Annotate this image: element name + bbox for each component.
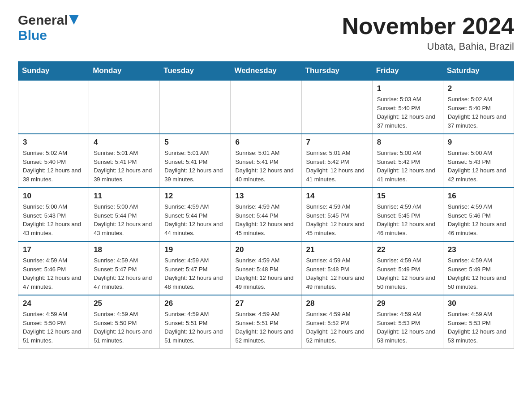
week-row-2: 3Sunrise: 5:02 AM Sunset: 5:40 PM Daylig… <box>18 134 514 188</box>
day-info: Sunrise: 4:59 AM Sunset: 5:51 PM Dayligh… <box>164 310 226 345</box>
calendar-cell: 18Sunrise: 4:59 AM Sunset: 5:47 PM Dayli… <box>89 241 160 295</box>
day-number: 20 <box>235 245 296 254</box>
day-info: Sunrise: 5:01 AM Sunset: 5:41 PM Dayligh… <box>164 149 226 184</box>
calendar-cell <box>18 80 89 134</box>
calendar-cell: 11Sunrise: 5:00 AM Sunset: 5:44 PM Dayli… <box>89 188 160 241</box>
day-number: 15 <box>377 192 438 201</box>
calendar-cell: 13Sunrise: 4:59 AM Sunset: 5:44 PM Dayli… <box>231 188 301 241</box>
weekday-header-friday: Friday <box>372 62 443 81</box>
week-row-1: 1Sunrise: 5:03 AM Sunset: 5:40 PM Daylig… <box>18 80 514 134</box>
day-info: Sunrise: 5:01 AM Sunset: 5:41 PM Dayligh… <box>94 149 155 184</box>
calendar-cell: 17Sunrise: 4:59 AM Sunset: 5:46 PM Dayli… <box>18 241 89 295</box>
calendar-cell: 16Sunrise: 4:59 AM Sunset: 5:46 PM Dayli… <box>443 188 514 241</box>
day-info: Sunrise: 4:59 AM Sunset: 5:44 PM Dayligh… <box>235 202 296 237</box>
calendar-cell <box>160 80 231 134</box>
weekday-header-wednesday: Wednesday <box>231 62 301 81</box>
day-info: Sunrise: 4:59 AM Sunset: 5:53 PM Dayligh… <box>377 310 438 345</box>
day-info: Sunrise: 4:59 AM Sunset: 5:49 PM Dayligh… <box>448 256 509 291</box>
calendar-cell: 10Sunrise: 5:00 AM Sunset: 5:43 PM Dayli… <box>18 188 89 241</box>
calendar-cell: 4Sunrise: 5:01 AM Sunset: 5:41 PM Daylig… <box>89 134 160 188</box>
day-number: 30 <box>448 299 509 308</box>
day-number: 27 <box>235 299 296 308</box>
calendar-cell: 9Sunrise: 5:00 AM Sunset: 5:43 PM Daylig… <box>443 134 514 188</box>
day-number: 29 <box>377 299 438 308</box>
calendar-cell: 2Sunrise: 5:02 AM Sunset: 5:40 PM Daylig… <box>443 80 514 134</box>
svg-marker-0 <box>69 15 79 25</box>
day-number: 12 <box>164 192 226 201</box>
weekday-header-tuesday: Tuesday <box>160 62 231 81</box>
week-row-3: 10Sunrise: 5:00 AM Sunset: 5:43 PM Dayli… <box>18 188 514 241</box>
day-number: 8 <box>377 138 438 147</box>
day-info: Sunrise: 4:59 AM Sunset: 5:49 PM Dayligh… <box>377 256 438 291</box>
day-number: 26 <box>164 299 226 308</box>
day-number: 3 <box>23 138 84 147</box>
day-number: 14 <box>306 192 368 201</box>
calendar-cell: 24Sunrise: 4:59 AM Sunset: 5:50 PM Dayli… <box>18 295 89 349</box>
day-number: 17 <box>23 245 84 254</box>
calendar-cell: 23Sunrise: 4:59 AM Sunset: 5:49 PM Dayli… <box>443 241 514 295</box>
calendar-table: SundayMondayTuesdayWednesdayThursdayFrid… <box>18 61 514 349</box>
calendar-cell <box>89 80 160 134</box>
location-title: Ubata, Bahia, Brazil <box>342 41 514 52</box>
day-info: Sunrise: 4:59 AM Sunset: 5:50 PM Dayligh… <box>23 310 84 345</box>
day-info: Sunrise: 5:01 AM Sunset: 5:41 PM Dayligh… <box>235 149 296 184</box>
day-info: Sunrise: 4:59 AM Sunset: 5:47 PM Dayligh… <box>94 256 155 291</box>
calendar-cell: 20Sunrise: 4:59 AM Sunset: 5:48 PM Dayli… <box>231 241 301 295</box>
calendar-cell <box>301 80 372 134</box>
calendar-cell: 5Sunrise: 5:01 AM Sunset: 5:41 PM Daylig… <box>160 134 231 188</box>
day-info: Sunrise: 4:59 AM Sunset: 5:46 PM Dayligh… <box>23 256 84 291</box>
calendar-cell <box>231 80 301 134</box>
day-info: Sunrise: 4:59 AM Sunset: 5:51 PM Dayligh… <box>235 310 296 345</box>
weekday-header-monday: Monday <box>89 62 160 81</box>
day-info: Sunrise: 5:00 AM Sunset: 5:42 PM Dayligh… <box>377 149 438 184</box>
title-area: November 2024 Ubata, Bahia, Brazil <box>342 13 514 52</box>
calendar-cell: 1Sunrise: 5:03 AM Sunset: 5:40 PM Daylig… <box>372 80 443 134</box>
day-info: Sunrise: 4:59 AM Sunset: 5:45 PM Dayligh… <box>377 202 438 237</box>
day-info: Sunrise: 4:59 AM Sunset: 5:48 PM Dayligh… <box>235 256 296 291</box>
day-info: Sunrise: 4:59 AM Sunset: 5:45 PM Dayligh… <box>306 202 368 237</box>
weekday-header-thursday: Thursday <box>301 62 372 81</box>
calendar-cell: 19Sunrise: 4:59 AM Sunset: 5:47 PM Dayli… <box>160 241 231 295</box>
day-number: 6 <box>235 138 296 147</box>
day-info: Sunrise: 4:59 AM Sunset: 5:48 PM Dayligh… <box>306 256 368 291</box>
day-info: Sunrise: 5:00 AM Sunset: 5:43 PM Dayligh… <box>448 149 509 184</box>
day-info: Sunrise: 4:59 AM Sunset: 5:46 PM Dayligh… <box>448 202 509 237</box>
calendar-cell: 3Sunrise: 5:02 AM Sunset: 5:40 PM Daylig… <box>18 134 89 188</box>
calendar-cell: 7Sunrise: 5:01 AM Sunset: 5:42 PM Daylig… <box>301 134 372 188</box>
day-info: Sunrise: 5:00 AM Sunset: 5:44 PM Dayligh… <box>94 202 155 237</box>
day-info: Sunrise: 5:01 AM Sunset: 5:42 PM Dayligh… <box>306 149 368 184</box>
day-info: Sunrise: 5:02 AM Sunset: 5:40 PM Dayligh… <box>448 95 509 130</box>
calendar-cell: 21Sunrise: 4:59 AM Sunset: 5:48 PM Dayli… <box>301 241 372 295</box>
day-info: Sunrise: 4:59 AM Sunset: 5:52 PM Dayligh… <box>306 310 368 345</box>
calendar-cell: 12Sunrise: 4:59 AM Sunset: 5:44 PM Dayli… <box>160 188 231 241</box>
week-row-5: 24Sunrise: 4:59 AM Sunset: 5:50 PM Dayli… <box>18 295 514 349</box>
calendar-cell: 28Sunrise: 4:59 AM Sunset: 5:52 PM Dayli… <box>301 295 372 349</box>
logo: General Blue <box>18 13 79 43</box>
calendar-cell: 25Sunrise: 4:59 AM Sunset: 5:50 PM Dayli… <box>89 295 160 349</box>
calendar-cell: 29Sunrise: 4:59 AM Sunset: 5:53 PM Dayli… <box>372 295 443 349</box>
day-number: 16 <box>448 192 509 201</box>
day-number: 1 <box>377 84 438 93</box>
month-title: November 2024 <box>342 13 514 39</box>
day-info: Sunrise: 5:03 AM Sunset: 5:40 PM Dayligh… <box>377 95 438 130</box>
day-number: 2 <box>448 84 509 93</box>
logo-blue: Blue <box>18 28 47 43</box>
day-number: 9 <box>448 138 509 147</box>
calendar-cell: 22Sunrise: 4:59 AM Sunset: 5:49 PM Dayli… <box>372 241 443 295</box>
day-number: 11 <box>94 192 155 201</box>
logo-arrow-icon <box>69 15 79 25</box>
calendar-cell: 15Sunrise: 4:59 AM Sunset: 5:45 PM Dayli… <box>372 188 443 241</box>
calendar-cell: 14Sunrise: 4:59 AM Sunset: 5:45 PM Dayli… <box>301 188 372 241</box>
header: General Blue November 2024 Ubata, Bahia,… <box>18 13 514 52</box>
day-number: 19 <box>164 245 226 254</box>
calendar-cell: 27Sunrise: 4:59 AM Sunset: 5:51 PM Dayli… <box>231 295 301 349</box>
logo-general: General <box>18 13 68 27</box>
day-number: 25 <box>94 299 155 308</box>
day-number: 5 <box>164 138 226 147</box>
day-info: Sunrise: 5:02 AM Sunset: 5:40 PM Dayligh… <box>23 149 84 184</box>
weekday-header-saturday: Saturday <box>443 62 514 81</box>
weekday-header-row: SundayMondayTuesdayWednesdayThursdayFrid… <box>18 62 514 81</box>
day-info: Sunrise: 4:59 AM Sunset: 5:50 PM Dayligh… <box>94 310 155 345</box>
day-info: Sunrise: 5:00 AM Sunset: 5:43 PM Dayligh… <box>23 202 84 237</box>
day-number: 13 <box>235 192 296 201</box>
